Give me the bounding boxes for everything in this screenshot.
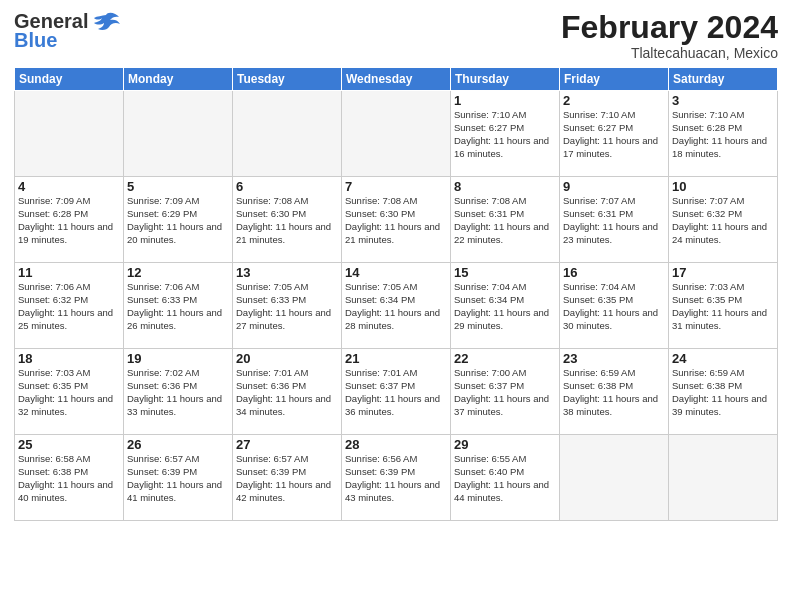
title-block: February 2024 Tlaltecahuacan, Mexico	[561, 10, 778, 61]
day-number: 23	[563, 351, 665, 366]
day-info: Sunrise: 7:04 AM Sunset: 6:34 PM Dayligh…	[454, 281, 556, 332]
day-info: Sunrise: 7:04 AM Sunset: 6:35 PM Dayligh…	[563, 281, 665, 332]
day-number: 17	[672, 265, 774, 280]
day-number: 28	[345, 437, 447, 452]
day-info: Sunrise: 7:05 AM Sunset: 6:33 PM Dayligh…	[236, 281, 338, 332]
day-of-week-header: Wednesday	[342, 68, 451, 91]
day-of-week-header: Tuesday	[233, 68, 342, 91]
day-info: Sunrise: 6:57 AM Sunset: 6:39 PM Dayligh…	[236, 453, 338, 504]
day-number: 19	[127, 351, 229, 366]
calendar-cell: 7Sunrise: 7:08 AM Sunset: 6:30 PM Daylig…	[342, 177, 451, 263]
day-number: 25	[18, 437, 120, 452]
calendar-cell: 27Sunrise: 6:57 AM Sunset: 6:39 PM Dayli…	[233, 435, 342, 521]
calendar-week-row: 25Sunrise: 6:58 AM Sunset: 6:38 PM Dayli…	[15, 435, 778, 521]
calendar-cell: 20Sunrise: 7:01 AM Sunset: 6:36 PM Dayli…	[233, 349, 342, 435]
day-number: 18	[18, 351, 120, 366]
calendar-cell: 3Sunrise: 7:10 AM Sunset: 6:28 PM Daylig…	[669, 91, 778, 177]
calendar-cell: 26Sunrise: 6:57 AM Sunset: 6:39 PM Dayli…	[124, 435, 233, 521]
day-number: 3	[672, 93, 774, 108]
logo-blue-text: Blue	[14, 29, 57, 52]
day-number: 20	[236, 351, 338, 366]
calendar-cell: 4Sunrise: 7:09 AM Sunset: 6:28 PM Daylig…	[15, 177, 124, 263]
day-info: Sunrise: 7:03 AM Sunset: 6:35 PM Dayligh…	[672, 281, 774, 332]
day-info: Sunrise: 7:06 AM Sunset: 6:32 PM Dayligh…	[18, 281, 120, 332]
calendar-week-row: 11Sunrise: 7:06 AM Sunset: 6:32 PM Dayli…	[15, 263, 778, 349]
page-header: General Blue February 2024 Tlaltecahuaca…	[14, 10, 778, 61]
day-info: Sunrise: 6:59 AM Sunset: 6:38 PM Dayligh…	[672, 367, 774, 418]
day-of-week-header: Thursday	[451, 68, 560, 91]
day-info: Sunrise: 6:57 AM Sunset: 6:39 PM Dayligh…	[127, 453, 229, 504]
calendar-cell: 29Sunrise: 6:55 AM Sunset: 6:40 PM Dayli…	[451, 435, 560, 521]
calendar-cell: 8Sunrise: 7:08 AM Sunset: 6:31 PM Daylig…	[451, 177, 560, 263]
day-info: Sunrise: 6:56 AM Sunset: 6:39 PM Dayligh…	[345, 453, 447, 504]
day-number: 6	[236, 179, 338, 194]
day-number: 5	[127, 179, 229, 194]
day-info: Sunrise: 7:01 AM Sunset: 6:36 PM Dayligh…	[236, 367, 338, 418]
day-of-week-header: Friday	[560, 68, 669, 91]
day-info: Sunrise: 7:00 AM Sunset: 6:37 PM Dayligh…	[454, 367, 556, 418]
day-of-week-header: Monday	[124, 68, 233, 91]
month-year-title: February 2024	[561, 10, 778, 45]
day-info: Sunrise: 7:08 AM Sunset: 6:30 PM Dayligh…	[345, 195, 447, 246]
day-of-week-header: Saturday	[669, 68, 778, 91]
day-info: Sunrise: 7:10 AM Sunset: 6:27 PM Dayligh…	[563, 109, 665, 160]
day-info: Sunrise: 7:09 AM Sunset: 6:29 PM Dayligh…	[127, 195, 229, 246]
day-of-week-header: Sunday	[15, 68, 124, 91]
calendar-header-row: SundayMondayTuesdayWednesdayThursdayFrid…	[15, 68, 778, 91]
calendar-week-row: 1Sunrise: 7:10 AM Sunset: 6:27 PM Daylig…	[15, 91, 778, 177]
day-number: 4	[18, 179, 120, 194]
day-number: 22	[454, 351, 556, 366]
calendar-cell: 19Sunrise: 7:02 AM Sunset: 6:36 PM Dayli…	[124, 349, 233, 435]
day-number: 7	[345, 179, 447, 194]
calendar-table: SundayMondayTuesdayWednesdayThursdayFrid…	[14, 67, 778, 521]
day-number: 9	[563, 179, 665, 194]
calendar-cell: 25Sunrise: 6:58 AM Sunset: 6:38 PM Dayli…	[15, 435, 124, 521]
day-info: Sunrise: 7:07 AM Sunset: 6:32 PM Dayligh…	[672, 195, 774, 246]
calendar-cell: 23Sunrise: 6:59 AM Sunset: 6:38 PM Dayli…	[560, 349, 669, 435]
calendar-cell: 14Sunrise: 7:05 AM Sunset: 6:34 PM Dayli…	[342, 263, 451, 349]
day-number: 8	[454, 179, 556, 194]
day-info: Sunrise: 7:08 AM Sunset: 6:30 PM Dayligh…	[236, 195, 338, 246]
location-subtitle: Tlaltecahuacan, Mexico	[561, 45, 778, 61]
calendar-cell: 2Sunrise: 7:10 AM Sunset: 6:27 PM Daylig…	[560, 91, 669, 177]
logo-bird-icon	[92, 11, 120, 33]
calendar-week-row: 18Sunrise: 7:03 AM Sunset: 6:35 PM Dayli…	[15, 349, 778, 435]
calendar-cell: 18Sunrise: 7:03 AM Sunset: 6:35 PM Dayli…	[15, 349, 124, 435]
day-info: Sunrise: 6:59 AM Sunset: 6:38 PM Dayligh…	[563, 367, 665, 418]
calendar-cell: 1Sunrise: 7:10 AM Sunset: 6:27 PM Daylig…	[451, 91, 560, 177]
day-info: Sunrise: 7:06 AM Sunset: 6:33 PM Dayligh…	[127, 281, 229, 332]
day-number: 12	[127, 265, 229, 280]
calendar-cell: 24Sunrise: 6:59 AM Sunset: 6:38 PM Dayli…	[669, 349, 778, 435]
day-info: Sunrise: 7:01 AM Sunset: 6:37 PM Dayligh…	[345, 367, 447, 418]
day-number: 2	[563, 93, 665, 108]
day-info: Sunrise: 7:08 AM Sunset: 6:31 PM Dayligh…	[454, 195, 556, 246]
day-number: 10	[672, 179, 774, 194]
day-number: 26	[127, 437, 229, 452]
day-info: Sunrise: 6:55 AM Sunset: 6:40 PM Dayligh…	[454, 453, 556, 504]
day-info: Sunrise: 6:58 AM Sunset: 6:38 PM Dayligh…	[18, 453, 120, 504]
calendar-cell: 6Sunrise: 7:08 AM Sunset: 6:30 PM Daylig…	[233, 177, 342, 263]
calendar-cell: 22Sunrise: 7:00 AM Sunset: 6:37 PM Dayli…	[451, 349, 560, 435]
day-info: Sunrise: 7:05 AM Sunset: 6:34 PM Dayligh…	[345, 281, 447, 332]
day-number: 13	[236, 265, 338, 280]
calendar-cell	[669, 435, 778, 521]
day-info: Sunrise: 7:10 AM Sunset: 6:27 PM Dayligh…	[454, 109, 556, 160]
day-number: 16	[563, 265, 665, 280]
calendar-cell	[15, 91, 124, 177]
day-number: 14	[345, 265, 447, 280]
calendar-cell	[560, 435, 669, 521]
day-info: Sunrise: 7:03 AM Sunset: 6:35 PM Dayligh…	[18, 367, 120, 418]
calendar-cell: 12Sunrise: 7:06 AM Sunset: 6:33 PM Dayli…	[124, 263, 233, 349]
calendar-cell: 16Sunrise: 7:04 AM Sunset: 6:35 PM Dayli…	[560, 263, 669, 349]
calendar-cell: 11Sunrise: 7:06 AM Sunset: 6:32 PM Dayli…	[15, 263, 124, 349]
day-info: Sunrise: 7:09 AM Sunset: 6:28 PM Dayligh…	[18, 195, 120, 246]
day-number: 15	[454, 265, 556, 280]
day-number: 21	[345, 351, 447, 366]
day-number: 29	[454, 437, 556, 452]
calendar-cell	[233, 91, 342, 177]
calendar-cell: 17Sunrise: 7:03 AM Sunset: 6:35 PM Dayli…	[669, 263, 778, 349]
day-info: Sunrise: 7:10 AM Sunset: 6:28 PM Dayligh…	[672, 109, 774, 160]
calendar-cell: 21Sunrise: 7:01 AM Sunset: 6:37 PM Dayli…	[342, 349, 451, 435]
day-info: Sunrise: 7:02 AM Sunset: 6:36 PM Dayligh…	[127, 367, 229, 418]
logo: General Blue	[14, 10, 120, 52]
